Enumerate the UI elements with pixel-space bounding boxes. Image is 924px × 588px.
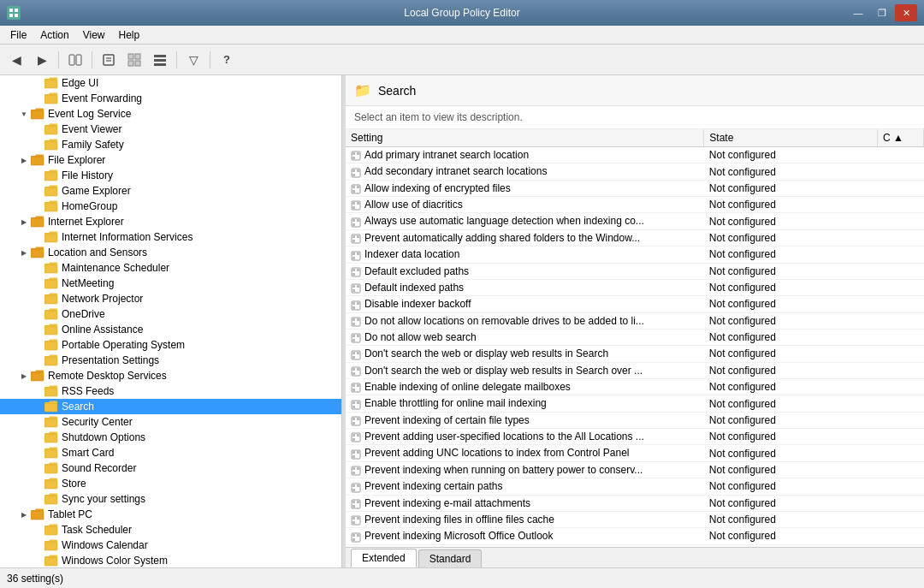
table-row[interactable]: Prevent automatically adding shared fold… <box>346 229 924 246</box>
list-view-button[interactable] <box>149 49 171 71</box>
show-tree-button[interactable] <box>64 49 86 71</box>
menu-file[interactable]: File <box>3 27 33 43</box>
tree-item[interactable]: Sound Recorder <box>0 460 341 476</box>
tree-item[interactable]: Search <box>0 399 341 414</box>
tree-item[interactable]: Security Center <box>0 414 341 430</box>
tree-item[interactable]: Maintenance Scheduler <box>0 260 341 276</box>
close-button[interactable]: ✕ <box>895 4 917 21</box>
table-row[interactable]: Default excluded pathsNot configured <box>346 263 924 279</box>
tree-item[interactable]: Portable Operating System <box>0 337 341 353</box>
tree-item[interactable]: Edge UI <box>0 75 341 91</box>
table-row[interactable]: Prevent indexing Microsoft Office Outloo… <box>346 528 924 544</box>
tree-item[interactable]: Windows Calendar <box>0 538 341 553</box>
svg-rect-92 <box>357 152 359 155</box>
tree-item[interactable]: File History <box>0 168 341 183</box>
tree-item[interactable]: HomeGroup <box>0 199 341 214</box>
forward-button[interactable]: ▶ <box>31 49 53 71</box>
expand-icon[interactable]: ▶ <box>17 246 31 259</box>
menu-view[interactable]: View <box>76 27 112 43</box>
tree-item[interactable]: Network Projector <box>0 291 341 306</box>
setting-icon <box>351 432 361 442</box>
svg-rect-181 <box>352 521 355 524</box>
properties-button[interactable] <box>98 49 120 71</box>
tree-item[interactable]: Store <box>0 476 341 491</box>
tree-item[interactable]: Game Explorer <box>0 183 341 199</box>
table-row[interactable]: Add primary intranet search locationNot … <box>346 147 924 163</box>
tree-item[interactable]: NetMeeting <box>0 276 341 291</box>
tree-item[interactable]: RSS Feeds <box>0 383 341 399</box>
help-button[interactable]: ? <box>216 49 238 71</box>
table-row[interactable]: Prevent indexing e-mail attachmentsNot c… <box>346 495 924 511</box>
table-row[interactable]: Prevent indexing certain pathsNot config… <box>346 478 924 495</box>
toolbar-separator-2 <box>92 51 92 68</box>
folder-icon <box>44 353 58 367</box>
menu-action[interactable]: Action <box>33 27 75 43</box>
tree-item-label: OneDrive <box>62 308 105 320</box>
table-row[interactable]: Indexer data locationNot configured <box>346 246 924 263</box>
tree-item[interactable]: Task Scheduler <box>0 522 341 538</box>
tree-item[interactable]: ▼Event Log Service <box>0 106 341 122</box>
tree-panel[interactable]: Edge UIEvent Forwarding▼Event Log Servic… <box>0 75 342 567</box>
title-bar: Local Group Policy Editor — ❐ ✕ <box>0 0 924 26</box>
col-setting[interactable]: Setting <box>346 129 704 147</box>
tree-item[interactable]: Family Safety <box>0 137 341 152</box>
tree-item[interactable]: Presentation Settings <box>0 353 341 368</box>
tree-item[interactable]: ▶Internet Explorer <box>0 214 341 229</box>
restore-button[interactable]: ❐ <box>871 4 893 21</box>
settings-table-container[interactable]: Setting State C ▲ Add primary intranet s… <box>346 129 924 547</box>
table-row[interactable]: Always use automatic language detection … <box>346 213 924 229</box>
svg-rect-2 <box>9 14 13 17</box>
tree-item[interactable]: Windows Color System <box>0 553 341 567</box>
expand-icon[interactable]: ▶ <box>17 153 31 167</box>
tree-item[interactable]: Sync your settings <box>0 491 341 507</box>
table-row[interactable]: Do not allow web searchNot configured <box>346 329 924 345</box>
tree-item[interactable]: ▶Remote Desktop Services <box>0 368 341 383</box>
svg-rect-132 <box>357 318 359 321</box>
tree-item[interactable]: Internet Information Services <box>0 229 341 245</box>
expand-icon[interactable]: ▶ <box>17 215 31 229</box>
table-row[interactable]: Prevent adding UNC locations to index fr… <box>346 445 924 461</box>
extend-view-button[interactable] <box>123 49 145 71</box>
table-row[interactable]: Don't search the web or display web resu… <box>346 362 924 378</box>
tree-item[interactable]: Event Forwarding <box>0 91 341 106</box>
table-row[interactable]: Prevent indexing files in offline files … <box>346 511 924 527</box>
table-row[interactable]: Don't search the web or display web resu… <box>346 346 924 362</box>
col-comment[interactable]: C ▲ <box>877 129 923 147</box>
tree-item[interactable]: Smart Card <box>0 445 341 460</box>
table-row[interactable]: Prevent indexing when running on battery… <box>346 461 924 478</box>
svg-rect-36 <box>44 234 57 242</box>
setting-state-cell: Not configured <box>704 296 878 312</box>
expand-icon[interactable]: ▶ <box>17 369 31 383</box>
svg-rect-96 <box>357 169 359 172</box>
table-row[interactable]: Allow indexing of encrypted filesNot con… <box>346 180 924 196</box>
minimize-button[interactable]: — <box>847 4 869 21</box>
table-row[interactable]: Prevent indexing of certain file typesNo… <box>346 412 924 428</box>
svg-rect-20 <box>31 110 44 119</box>
filter-button[interactable]: ▽ <box>182 49 204 71</box>
tree-item[interactable]: Online Assistance <box>0 322 341 337</box>
table-row[interactable]: Disable indexer backoffNot configured <box>346 296 924 312</box>
svg-rect-34 <box>31 218 44 227</box>
expand-icon[interactable]: ▼ <box>17 107 31 121</box>
table-row[interactable]: Do not allow locations on removable driv… <box>346 312 924 329</box>
setting-comment-cell <box>877 329 923 345</box>
tree-item[interactable]: OneDrive <box>0 306 341 322</box>
tree-item[interactable]: ▶Location and Sensors <box>0 245 341 260</box>
col-state[interactable]: State <box>704 129 878 147</box>
table-row[interactable]: Enable throttling for online mail indexi… <box>346 395 924 412</box>
table-row[interactable]: Allow use of diacriticsNot configured <box>346 197 924 213</box>
table-row[interactable]: Add secondary intranet search locationsN… <box>346 163 924 180</box>
tree-item[interactable]: ▶Tablet PC <box>0 507 341 522</box>
table-row[interactable]: Prevent adding user-specified locations … <box>346 429 924 445</box>
back-button[interactable]: ◀ <box>5 49 27 71</box>
tab-standard[interactable]: Standard <box>418 549 483 567</box>
expand-icon[interactable]: ▶ <box>17 508 31 521</box>
tree-item[interactable]: Shutdown Options <box>0 430 341 445</box>
tree-item[interactable]: Event Viewer <box>0 122 341 137</box>
tab-extended[interactable]: Extended <box>351 549 417 567</box>
table-row[interactable]: Default indexed pathsNot configured <box>346 279 924 295</box>
setting-name-cell: Do not allow web search <box>346 329 704 345</box>
table-row[interactable]: Enable indexing of online delegate mailb… <box>346 379 924 395</box>
menu-help[interactable]: Help <box>112 27 147 43</box>
tree-item[interactable]: ▶File Explorer <box>0 152 341 168</box>
